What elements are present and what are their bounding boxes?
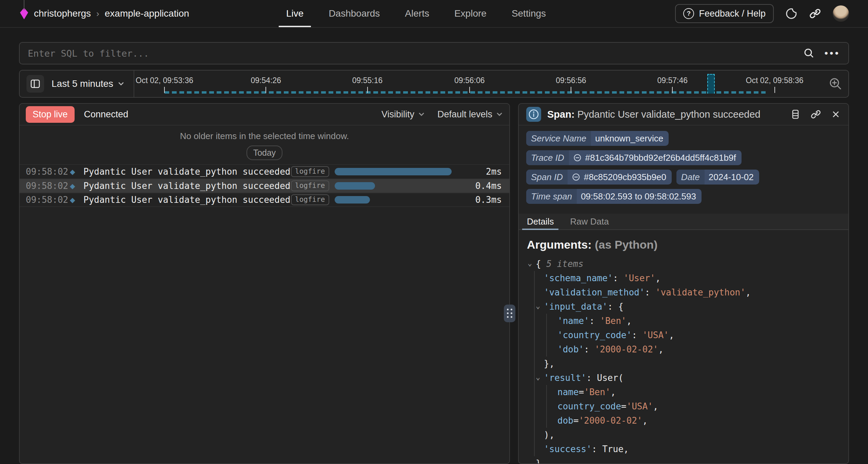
indent-guide — [534, 428, 535, 442]
indent-guide — [546, 385, 547, 399]
timeline-tick-mark — [367, 87, 368, 93]
span-detail-panel: Span: Pydantic User validate_python succ… — [518, 103, 849, 464]
code-token: , — [653, 401, 658, 411]
timeline-tick-label: 09:57:46 — [657, 76, 688, 85]
code-token: 'validation_method' — [544, 287, 645, 297]
code-token: '2000-02-02' — [579, 415, 643, 426]
timeline-tick-label: 09:56:06 — [454, 76, 485, 85]
code-token: , — [746, 287, 751, 297]
indent-guide — [534, 299, 535, 314]
tab-dashboards[interactable]: Dashboards — [321, 0, 387, 27]
today-button[interactable]: Today — [246, 146, 283, 160]
dock-panel-icon[interactable] — [790, 109, 801, 120]
code-token: : — [632, 330, 642, 340]
row-duration-bar — [335, 182, 375, 190]
row-duration-bar — [335, 168, 452, 175]
collapse-chevron-icon[interactable]: ⌄ — [528, 256, 532, 270]
time-span-badge: Time span 09:58:02.593 to 09:58:02.593 — [526, 189, 702, 204]
tab-explore[interactable]: Explore — [447, 0, 494, 27]
theme-toggle-moon-icon[interactable] — [785, 7, 797, 20]
badge-value: #81c364b79bbd92ef26b4dd5ff4c81b9f — [569, 150, 742, 165]
row-duration-track: 0.4ms — [335, 179, 503, 193]
breadcrumb-project[interactable]: example-application — [105, 8, 189, 19]
tab-settings[interactable]: Settings — [504, 0, 553, 27]
span-id-badge[interactable]: Span ID #8c85209cb935b9e0 — [526, 170, 672, 185]
code-token: : — [645, 287, 655, 297]
row-duration-bar — [335, 196, 370, 204]
timeline-activity-spike — [707, 74, 715, 94]
table-row[interactable]: 09:58:02◆Pydantic User validate_python s… — [20, 178, 509, 193]
search-icon[interactable] — [803, 47, 815, 59]
default-levels-label: Default levels — [437, 109, 492, 120]
tab-details[interactable]: Details — [522, 214, 558, 229]
breadcrumb-org[interactable]: christophergs — [34, 8, 91, 19]
stop-live-button[interactable]: Stop live — [26, 106, 75, 123]
code-line: 'country_code': 'USA', — [527, 328, 840, 342]
tab-raw-data[interactable]: Raw Data — [565, 214, 613, 229]
visibility-label: Visibility — [381, 109, 414, 120]
panels-container: Stop live Connected Visibility Default l… — [19, 103, 849, 464]
code-line: 'validation_method': 'validate_python', — [527, 285, 840, 299]
time-range-label: Last 5 minutes — [52, 78, 113, 89]
more-options-icon[interactable]: ••• — [824, 48, 840, 58]
feedback-help-label: Feedback / Help — [699, 8, 766, 19]
share-link-icon[interactable] — [809, 7, 821, 20]
topnav-tabs: LiveDashboardsAlertsExploreSettings — [279, 0, 553, 27]
indent-guide — [546, 399, 547, 413]
collapse-chevron-icon[interactable]: ⌄ — [536, 370, 540, 384]
span-diamond-icon: ◆ — [70, 195, 83, 205]
code-line: ), — [527, 428, 840, 442]
table-row[interactable]: 09:58:02◆Pydantic User validate_python s… — [20, 193, 509, 207]
span-detail-header: Span: Pydantic User validate_python succ… — [519, 104, 848, 125]
sidebar-toggle-button[interactable] — [26, 75, 44, 93]
row-duration-track: 2ms — [335, 165, 503, 178]
link-icon — [572, 173, 580, 181]
code-line: dob='2000-02-02', — [527, 413, 840, 428]
code-line: ⌄'input_data': { — [527, 299, 840, 314]
user-avatar[interactable] — [833, 5, 849, 22]
code-line: 'success': True, — [527, 442, 840, 456]
topbar-right-cluster: ? Feedback / Help — [675, 4, 849, 23]
code-token: 5 items — [546, 259, 584, 269]
indent-guide — [534, 328, 535, 342]
indent-guide — [534, 342, 535, 356]
timeline-tick-mark — [265, 87, 266, 93]
visibility-dropdown[interactable]: Visibility — [381, 109, 425, 120]
timeline-zoom-in-icon[interactable] — [828, 76, 843, 91]
row-duration-track: 0.3ms — [335, 193, 503, 206]
arguments-code-tree: ⌄{ 5 items'schema_name': 'User','validat… — [527, 257, 840, 463]
trace-id-badge[interactable]: Trace ID #81c364b79bbd92ef26b4dd5ff4c81b… — [526, 150, 742, 165]
row-duration-value: 0.3ms — [475, 195, 502, 205]
default-levels-dropdown[interactable]: Default levels — [437, 109, 503, 120]
collapse-chevron-icon[interactable]: ⌄ — [536, 299, 540, 313]
code-token: = — [579, 387, 584, 397]
span-badges: Service Name unknown_service Trace ID #8 — [519, 125, 848, 208]
code-line: }, — [527, 356, 840, 371]
detail-content: Arguments: (as Python) ⌄{ 5 items'schema… — [519, 230, 848, 463]
time-range-select[interactable]: Last 5 minutes — [52, 78, 125, 89]
code-token: , — [655, 273, 661, 283]
code-token: = — [573, 415, 579, 426]
panel-resize-handle[interactable] — [504, 305, 515, 322]
timeline-histogram[interactable]: Oct 02, 09:53:3609:54:2609:55:1609:56:06… — [134, 71, 820, 97]
table-row[interactable]: 09:58:02◆Pydantic User validate_python s… — [20, 164, 509, 178]
row-timestamp: 09:58:02 — [26, 195, 70, 205]
code-token: : User( — [586, 373, 624, 383]
empty-window-notice: No older items in the selected time wind… — [20, 125, 509, 160]
sql-filter-input[interactable]: Enter SQL to filter... — [28, 48, 803, 59]
tab-live[interactable]: Live — [279, 0, 311, 27]
copy-link-icon[interactable] — [810, 109, 821, 120]
sql-filter-bar[interactable]: Enter SQL to filter... ••• — [19, 42, 849, 64]
timeline-tick-label: Oct 02, 09:53:36 — [136, 76, 193, 85]
feedback-help-button[interactable]: ? Feedback / Help — [675, 4, 774, 23]
row-message: Pydantic User validate_python succeeded — [83, 181, 291, 191]
timeline-tick-label: 09:54:26 — [251, 76, 281, 85]
tab-alerts[interactable]: Alerts — [397, 0, 437, 27]
chevron-down-icon — [496, 111, 503, 118]
timeline-tick-mark — [571, 87, 571, 93]
detail-tabs: DetailsRaw Data — [519, 214, 848, 230]
indent-guide — [534, 371, 535, 385]
close-icon[interactable] — [831, 109, 841, 119]
chevron-down-icon — [117, 80, 125, 88]
code-token: 'country_code' — [557, 330, 632, 340]
